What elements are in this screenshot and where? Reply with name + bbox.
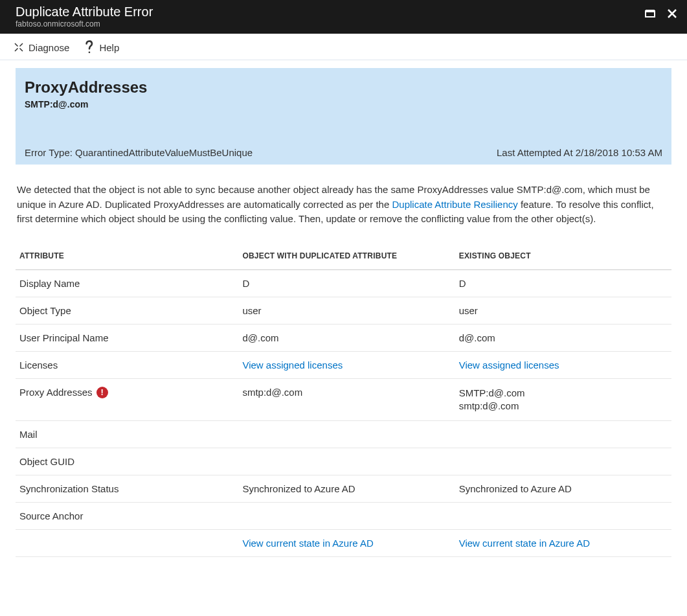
- table-row: Display NameDD: [16, 269, 671, 297]
- titlebar: Duplicate Attribute Error fabtoso.onmicr…: [0, 0, 687, 34]
- attr-cell: Object GUID: [16, 448, 238, 475]
- table-row: Source Anchor: [16, 503, 671, 530]
- maximize-icon: [644, 8, 656, 19]
- attr-cell: Licenses: [16, 351, 238, 378]
- dup-cell: View assigned licenses: [238, 351, 455, 378]
- attr-cell: Proxy Addresses!: [16, 378, 238, 421]
- window-title: Duplicate Attribute Error: [16, 4, 153, 19]
- exist-cell: View assigned licenses: [455, 351, 671, 378]
- svg-point-4: [89, 51, 91, 53]
- last-attempted: Last Attempted At 2/18/2018 10:53 AM: [497, 147, 662, 158]
- attr-label: Proxy Addresses: [19, 387, 93, 398]
- table-row: User Principal Named@.comd@.com: [16, 324, 671, 351]
- table-header-row: ATTRIBUTE OBJECT WITH DUPLICATED ATTRIBU…: [16, 245, 671, 270]
- maximize-button[interactable]: [643, 6, 657, 21]
- dup-cell: Synchronized to Azure AD: [238, 475, 455, 503]
- help-button[interactable]: Help: [84, 40, 119, 54]
- diagnose-button[interactable]: Diagnose: [13, 41, 69, 53]
- header-attribute: ATTRIBUTE: [16, 245, 238, 270]
- diagnose-label: Diagnose: [28, 42, 69, 53]
- dup-cell: d@.com: [238, 324, 455, 351]
- error-banner: ProxyAddresses SMTP:d@.com Error Type: Q…: [16, 68, 671, 165]
- header-existing: EXISTING OBJECT: [455, 245, 671, 270]
- help-label: Help: [99, 42, 119, 53]
- exist-cell: d@.com: [455, 324, 671, 351]
- content: ProxyAddresses SMTP:d@.com Error Type: Q…: [0, 60, 687, 583]
- exist-cell: Synchronized to Azure AD: [455, 475, 671, 503]
- exist-cell: [455, 448, 671, 475]
- table-row: Object GUID: [16, 448, 671, 475]
- attr-cell: Source Anchor: [16, 503, 238, 530]
- dup-cell: [238, 448, 455, 475]
- dup-link[interactable]: View assigned licenses: [242, 359, 343, 371]
- exist-cell: [455, 421, 671, 448]
- dup-cell: user: [238, 297, 455, 324]
- exist-link[interactable]: View assigned licenses: [459, 359, 559, 371]
- header-duplicated: OBJECT WITH DUPLICATED ATTRIBUTE: [238, 245, 455, 270]
- exist-cell: [455, 503, 671, 530]
- table-row: Synchronization StatusSynchronized to Az…: [16, 475, 671, 503]
- attr-cell: Display Name: [16, 269, 238, 297]
- attr-cell: Mail: [16, 421, 238, 448]
- alert-icon: !: [96, 387, 108, 398]
- attr-cell: Synchronization Status: [16, 475, 238, 503]
- banner-heading: ProxyAddresses: [25, 78, 662, 97]
- toolbar: Diagnose Help: [0, 34, 687, 60]
- exist-cell: D: [455, 269, 671, 297]
- exist-link[interactable]: View current state in Azure AD: [459, 538, 590, 549]
- dup-link[interactable]: View current state in Azure AD: [242, 538, 373, 549]
- exist-value: smtp:d@.com: [459, 400, 668, 413]
- table-row: Object Typeuseruser: [16, 297, 671, 324]
- dup-cell: [238, 421, 455, 448]
- dup-cell: smtp:d@.com: [238, 378, 455, 421]
- banner-subheading: SMTP:d@.com: [25, 99, 662, 109]
- close-icon: [666, 8, 678, 19]
- attr-cell: User Principal Name: [16, 324, 238, 351]
- wrench-icon: [13, 41, 25, 53]
- exist-value: SMTP:d@.com: [459, 387, 668, 400]
- comparison-table: ATTRIBUTE OBJECT WITH DUPLICATED ATTRIBU…: [16, 245, 671, 558]
- titlebar-left: Duplicate Attribute Error fabtoso.onmicr…: [16, 4, 153, 29]
- attr-cell: Object Type: [16, 297, 238, 324]
- resiliency-link[interactable]: Duplicate Attribute Resiliency: [392, 199, 517, 210]
- question-icon: [84, 40, 95, 54]
- window-controls: [643, 4, 679, 21]
- table-row: Mail: [16, 421, 671, 448]
- attr-cell: [16, 530, 238, 557]
- exist-cell: user: [455, 297, 671, 324]
- dup-cell: [238, 503, 455, 530]
- description: We detected that the object is not able …: [16, 183, 671, 227]
- dup-cell: View current state in Azure AD: [238, 530, 455, 557]
- exist-cell: View current state in Azure AD: [455, 530, 671, 557]
- dup-cell: D: [238, 269, 455, 297]
- table-row: LicensesView assigned licensesView assig…: [16, 351, 671, 378]
- banner-footer: Error Type: QuarantinedAttributeValueMus…: [25, 147, 662, 158]
- table-row: Proxy Addresses!smtp:d@.comSMTP:d@.comsm…: [16, 378, 671, 421]
- error-type: Error Type: QuarantinedAttributeValueMus…: [25, 147, 253, 158]
- tenant-name: fabtoso.onmicrosoft.com: [16, 19, 153, 29]
- table-row: View current state in Azure ADView curre…: [16, 530, 671, 557]
- close-button[interactable]: [665, 6, 679, 21]
- exist-cell: SMTP:d@.comsmtp:d@.com: [455, 378, 671, 421]
